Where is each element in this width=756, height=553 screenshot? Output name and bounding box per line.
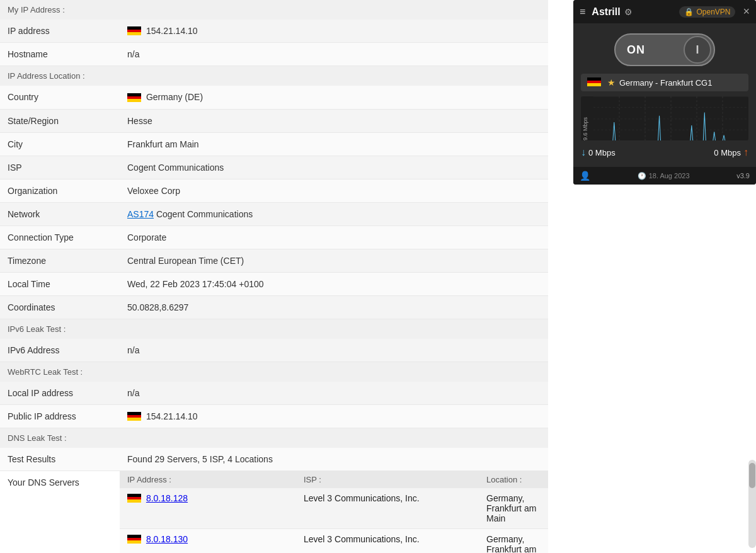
server-row[interactable]: ★ Germany - Frankfurt CG1: [581, 74, 748, 91]
upload-speed: 0 Mbps ↑: [714, 147, 748, 158]
date-value: 18. Aug 2023: [649, 172, 690, 180]
hostname-label: Hostname: [0, 43, 120, 66]
flag-de-icon: [127, 535, 141, 544]
dns-isp-value: Level 3 Communications, Inc.: [304, 493, 486, 523]
table-row: Organization Veloxee Corp: [0, 180, 548, 203]
page-wrapper: My IP Address : IP address 154.21.14.10 …: [0, 0, 756, 553]
local-time-label: Local Time: [0, 273, 120, 295]
ipv6-label: IPv6 Leak Test :: [8, 324, 66, 334]
country-value: Germany (DE): [120, 86, 548, 108]
network-link[interactable]: AS174: [127, 209, 154, 219]
astrill-logo: Astrill: [592, 6, 620, 18]
organization-value: Veloxee Corp: [120, 180, 548, 202]
upload-arrow-icon: ↑: [743, 147, 748, 158]
scrollbar[interactable]: [748, 460, 756, 548]
ip-address-value: 154.21.14.10: [120, 20, 548, 42]
server-name: Germany - Frankfurt CG1: [619, 78, 712, 88]
chart-label: 9.6 Mbps: [582, 96, 588, 140]
astrill-titlebar: ≡ Astrill ⚙ 🔒 OpenVPN ×: [573, 0, 756, 23]
ip-location-section-header: IP Address Location :: [0, 66, 548, 86]
table-row: IP address 154.21.14.10: [0, 20, 548, 43]
flag-de-icon: [127, 494, 141, 503]
isp-label: ISP: [0, 156, 120, 179]
table-row: Hostname n/a: [0, 43, 548, 66]
lock-icon: 🔒: [684, 8, 694, 16]
dns-label: DNS Leak Test :: [8, 433, 67, 443]
speed-row: ↓ 0 Mbps 0 Mbps ↑: [581, 144, 748, 161]
flag-de-icon: [127, 26, 141, 35]
toggle-on-label: ON: [627, 43, 645, 57]
network-value: AS174 Cogent Communications: [120, 203, 548, 225]
version-label: v3.9: [736, 172, 750, 180]
dns-ip-value: 8.0.18.128: [127, 493, 304, 523]
list-item: 8.0.18.130 Level 3 Communications, Inc. …: [120, 529, 548, 553]
dns-ip-link[interactable]: 8.0.18.128: [146, 493, 188, 503]
local-time-value: Wed, 22 Feb 2023 17:45:04 +0100: [120, 273, 548, 295]
table-row: ISP Cogent Communications: [0, 156, 548, 180]
dns-ip-header: IP Address :: [127, 475, 304, 484]
your-dns-row: Your DNS Servers IP Address : ISP : Loca…: [0, 471, 548, 553]
your-dns-content: IP Address : ISP : Location : 8.0.18.128…: [120, 471, 548, 553]
isp-value: Cogent Communications: [120, 156, 548, 179]
scrollbar-thumb[interactable]: [749, 463, 755, 488]
flag-de-icon: [127, 93, 141, 102]
my-ip-section-header: My IP Address :: [0, 0, 548, 20]
organization-label: Organization: [0, 180, 120, 202]
your-dns-servers-label: Your DNS Servers: [0, 471, 120, 553]
dns-location-header: Location :: [486, 475, 541, 484]
vpn-toggle[interactable]: ON I: [614, 33, 715, 66]
table-row: Connection Type Corporate: [0, 226, 548, 249]
ipv6-address-value: n/a: [120, 339, 548, 362]
dns-location-value: Germany, Frankfurt am Main: [486, 493, 541, 523]
dns-isp-value: Level 3 Communications, Inc.: [304, 534, 486, 553]
local-ip-value: n/a: [120, 382, 548, 404]
connection-type-value: Corporate: [120, 226, 548, 249]
webrtc-section-header: WebRTC Leak Test :: [0, 362, 548, 382]
test-results-value: Found 29 Servers, 5 ISP, 4 Locations: [120, 448, 548, 470]
clock-icon: 🕐: [638, 172, 646, 180]
globe-icon: ⚙: [624, 7, 633, 17]
state-value: Hesse: [120, 110, 548, 132]
connection-type-label: Connection Type: [0, 226, 120, 249]
list-item: 8.0.18.128 Level 3 Communications, Inc. …: [120, 488, 548, 529]
table-row: Local Time Wed, 22 Feb 2023 17:45:04 +01…: [0, 273, 548, 296]
coordinates-value: 50.0828,8.6297: [120, 296, 548, 319]
table-row: Country Germany (DE): [0, 86, 548, 109]
menu-icon[interactable]: ≡: [580, 6, 585, 18]
timezone-value: Central European Time (CET): [120, 249, 548, 272]
toggle-knob: I: [684, 36, 711, 64]
coordinates-label: Coordinates: [0, 296, 120, 319]
user-icon[interactable]: 👤: [580, 171, 590, 181]
public-ip-value: 154.21.14.10: [120, 405, 548, 428]
dns-location-value: Germany, Frankfurt am Main: [486, 534, 541, 553]
dns-isp-header: ISP :: [304, 475, 486, 484]
table-row: Coordinates 50.0828,8.6297: [0, 296, 548, 319]
test-results-label: Test Results: [0, 448, 120, 470]
table-row: Network AS174 Cogent Communications: [0, 203, 548, 226]
close-button[interactable]: ×: [743, 5, 750, 18]
speed-chart: 9.6 Mbps: [581, 96, 748, 140]
ipv6-address-label: IPv6 Address: [0, 339, 120, 362]
hostname-value: n/a: [120, 43, 548, 66]
country-label: Country: [0, 86, 120, 108]
ip-address-label: IP address: [0, 20, 120, 42]
flag-de-icon: [587, 77, 601, 86]
main-content: My IP Address : IP address 154.21.14.10 …: [0, 0, 548, 553]
state-label: State/Region: [0, 110, 120, 132]
table-row: Test Results Found 29 Servers, 5 ISP, 4 …: [0, 448, 548, 471]
dns-section-header: DNS Leak Test :: [0, 428, 548, 448]
openvpn-badge: 🔒 OpenVPN: [679, 6, 735, 18]
download-speed: ↓ 0 Mbps: [581, 147, 616, 158]
city-value: Frankfurt am Main: [120, 133, 548, 156]
chart-svg: [593, 96, 748, 140]
download-speed-value: 0 Mbps: [588, 148, 616, 157]
openvpn-label: OpenVPN: [696, 8, 730, 16]
network-label: Network: [0, 203, 120, 225]
dns-ip-link[interactable]: 8.0.18.130: [146, 534, 188, 544]
timezone-label: Timezone: [0, 249, 120, 272]
toggle-icon: I: [696, 43, 699, 57]
footer-date: 🕐 18. Aug 2023: [638, 172, 690, 180]
table-row: Local IP address n/a: [0, 382, 548, 405]
public-ip-label: Public IP address: [0, 405, 120, 428]
upload-speed-value: 0 Mbps: [714, 148, 741, 157]
